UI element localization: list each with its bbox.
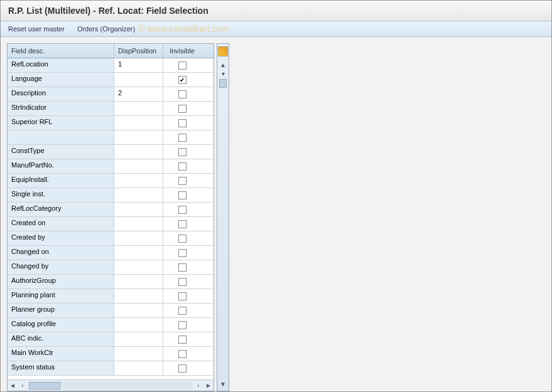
invisible-cell — [163, 332, 201, 346]
invisible-checkbox[interactable] — [178, 105, 187, 113]
field-desc-cell[interactable]: ConstType — [8, 145, 114, 159]
orders-organizer-button[interactable]: Orders (Organizer) — [77, 25, 135, 33]
field-desc-cell[interactable]: Changed on — [8, 246, 114, 260]
field-desc-cell[interactable]: Created on — [8, 217, 114, 231]
table-row: StrIndicator — [8, 102, 214, 116]
field-desc-cell[interactable]: Catalog profile — [8, 318, 114, 332]
invisible-cell — [163, 275, 201, 289]
invisible-cell — [163, 217, 201, 231]
disp-position-input[interactable] — [114, 73, 163, 87]
header-invisible[interactable]: Invisible — [163, 44, 201, 58]
disp-position-input[interactable] — [114, 159, 163, 173]
field-desc-cell[interactable]: RefLocation — [8, 58, 114, 72]
field-desc-cell[interactable]: Language — [8, 73, 114, 87]
table-row: System status — [8, 361, 214, 376]
invisible-checkbox[interactable] — [178, 278, 187, 286]
invisible-checkbox[interactable] — [178, 148, 187, 156]
field-desc-cell[interactable] — [8, 130, 114, 144]
invisible-checkbox[interactable] — [178, 177, 187, 185]
field-desc-cell[interactable]: Main WorkCtr — [8, 347, 114, 361]
disp-position-input[interactable]: 1 — [114, 58, 163, 72]
invisible-cell — [163, 304, 201, 317]
configure-columns-icon[interactable] — [218, 46, 228, 56]
invisible-checkbox[interactable] — [178, 336, 187, 344]
scroll-right-icon[interactable]: ► — [203, 381, 214, 391]
scroll-up-icon[interactable]: ▲ — [220, 60, 226, 69]
hscroll-thumb[interactable] — [29, 382, 60, 389]
disp-position-input[interactable] — [114, 130, 163, 144]
invisible-cell — [163, 203, 201, 216]
reset-user-master-button[interactable]: Reset user master — [8, 25, 65, 33]
invisible-cell — [163, 145, 201, 159]
invisible-checkbox[interactable] — [178, 220, 187, 228]
field-desc-cell[interactable]: Changed by — [8, 260, 114, 274]
header-disp-position[interactable]: DispPosition — [114, 44, 163, 58]
field-desc-cell[interactable]: Created by — [8, 231, 114, 245]
scroll-right2-icon[interactable]: › — [193, 381, 203, 391]
invisible-checkbox[interactable]: ✔ — [178, 76, 187, 84]
disp-position-input[interactable] — [114, 116, 163, 130]
invisible-checkbox[interactable] — [178, 235, 187, 243]
invisible-checkbox[interactable] — [178, 90, 187, 98]
disp-position-input[interactable] — [114, 318, 163, 332]
field-desc-cell[interactable]: ABC indic. — [8, 332, 114, 346]
invisible-checkbox[interactable] — [178, 162, 187, 171]
disp-position-input[interactable] — [114, 217, 163, 231]
table-row: Planner group — [8, 304, 214, 318]
field-desc-cell[interactable]: AuthorizGroup — [8, 275, 114, 289]
field-desc-cell[interactable]: StrIndicator — [8, 102, 114, 115]
table-row: ABC indic. — [8, 332, 214, 347]
disp-position-input[interactable]: 2 — [114, 87, 163, 101]
disp-position-input[interactable] — [114, 174, 163, 188]
field-desc-cell[interactable]: Planning plant — [8, 289, 114, 303]
disp-position-input[interactable] — [114, 347, 163, 361]
disp-position-input[interactable] — [114, 203, 163, 216]
header-field-desc[interactable]: Field desc. — [8, 44, 114, 58]
scroll-down-icon[interactable]: ▼ — [220, 379, 226, 388]
field-selection-table: Field desc. DispPosition Invisible RefLo… — [7, 43, 214, 391]
scroll-up2-icon[interactable]: ▾ — [222, 69, 225, 78]
table-row: Main WorkCtr — [8, 347, 214, 361]
invisible-checkbox[interactable] — [178, 206, 187, 214]
disp-position-input[interactable] — [114, 145, 163, 159]
field-desc-cell[interactable]: EquipInstall. — [8, 174, 114, 188]
hscroll-track[interactable] — [29, 382, 192, 389]
invisible-checkbox[interactable] — [178, 61, 187, 70]
watermark: © www.tutorialkart.com — [139, 24, 229, 34]
disp-position-input[interactable] — [114, 102, 163, 115]
invisible-checkbox[interactable] — [178, 249, 187, 257]
disp-position-input[interactable] — [114, 246, 163, 260]
field-desc-cell[interactable]: RefLocCategory — [8, 203, 114, 216]
disp-position-input[interactable] — [114, 304, 163, 317]
field-desc-cell[interactable]: Description — [8, 87, 114, 101]
vertical-scrollbar[interactable]: ▲ ▾ ▼ — [217, 43, 229, 391]
invisible-cell — [163, 318, 201, 332]
disp-position-input[interactable] — [114, 332, 163, 346]
scroll-left-icon[interactable]: ◄ — [8, 381, 18, 391]
field-desc-cell[interactable]: Superior RFL — [8, 116, 114, 130]
disp-position-input[interactable] — [114, 231, 163, 245]
invisible-checkbox[interactable] — [178, 191, 187, 199]
invisible-checkbox[interactable] — [178, 364, 187, 373]
disp-position-input[interactable] — [114, 260, 163, 274]
invisible-checkbox[interactable] — [178, 292, 187, 300]
invisible-checkbox[interactable] — [178, 263, 187, 272]
table-row: ManufPartNo. — [8, 159, 214, 174]
invisible-checkbox[interactable] — [178, 307, 187, 315]
invisible-checkbox[interactable] — [178, 321, 187, 329]
disp-position-input[interactable] — [114, 361, 163, 375]
field-desc-cell[interactable]: Planner group — [8, 304, 114, 317]
invisible-checkbox[interactable] — [178, 350, 187, 358]
disp-position-input[interactable] — [114, 289, 163, 303]
invisible-cell — [163, 361, 201, 375]
vscroll-thumb[interactable] — [219, 79, 227, 88]
field-desc-cell[interactable]: ManufPartNo. — [8, 159, 114, 173]
field-desc-cell[interactable]: Single inst. — [8, 188, 114, 202]
disp-position-input[interactable] — [114, 275, 163, 289]
disp-position-input[interactable] — [114, 188, 163, 202]
invisible-checkbox[interactable] — [178, 134, 187, 142]
invisible-checkbox[interactable] — [178, 119, 187, 127]
field-desc-cell[interactable]: System status — [8, 361, 114, 375]
scroll-left2-icon[interactable]: ‹ — [18, 381, 28, 391]
horizontal-scrollbar[interactable]: ◄ ‹ › ► — [8, 379, 214, 391]
